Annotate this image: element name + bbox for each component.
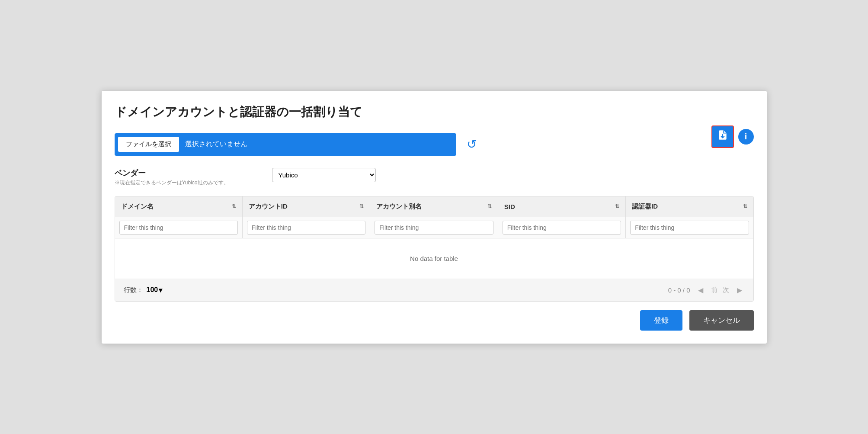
vendor-select-wrap: Yubico bbox=[272, 168, 376, 182]
vendor-select[interactable]: Yubico bbox=[272, 168, 376, 182]
export-icon bbox=[717, 129, 728, 144]
filter-sid-cell bbox=[498, 217, 625, 238]
prev-page-button[interactable]: ◀ bbox=[695, 285, 706, 295]
modal-container: ドメインアカウントと認証器の一括割り当て ファイルを選択 選択されていません ↺… bbox=[101, 90, 767, 344]
filter-auth-id-input[interactable] bbox=[630, 221, 749, 235]
file-input-area: ファイルを選択 選択されていません bbox=[115, 133, 456, 156]
col-account-alias-label: アカウント別名 bbox=[376, 203, 422, 211]
filter-row bbox=[115, 217, 753, 238]
bottom-buttons: 登録 キャンセル bbox=[115, 310, 754, 331]
cancel-button[interactable]: キャンセル bbox=[689, 310, 754, 331]
rows-dropdown-arrow-icon: ▾ bbox=[159, 286, 162, 294]
filter-auth-id-cell bbox=[626, 217, 753, 238]
main-table: ドメイン名 ⇅ アカウントID ⇅ アカウント別名 ⇅ bbox=[115, 196, 753, 279]
pagination-range: 0 - 0 / 0 bbox=[668, 286, 690, 294]
info-icon: i bbox=[745, 132, 747, 141]
col-sid-label: SID bbox=[504, 203, 515, 210]
rows-label: 行数： bbox=[124, 286, 143, 294]
col-auth-id: 認証器ID ⇅ bbox=[626, 196, 753, 217]
register-button[interactable]: 登録 bbox=[640, 310, 682, 331]
no-data-row: No data for table bbox=[115, 238, 753, 279]
export-button[interactable] bbox=[711, 125, 734, 148]
reset-icon: ↺ bbox=[467, 138, 477, 151]
top-right-icons: i bbox=[711, 125, 754, 148]
rows-dropdown-button[interactable]: 100 ▾ bbox=[147, 286, 163, 294]
rows-per-page: 行数： 100 ▾ bbox=[124, 286, 163, 294]
sort-auth-id-icon[interactable]: ⇅ bbox=[743, 203, 747, 209]
filter-domain-input[interactable] bbox=[119, 221, 238, 235]
sort-account-alias-icon[interactable]: ⇅ bbox=[487, 203, 492, 209]
rows-count-area: 0 - 0 / 0 ◀ 前 次 ▶ bbox=[668, 285, 745, 295]
sort-sid-icon[interactable]: ⇅ bbox=[615, 203, 619, 209]
col-domain-label: ドメイン名 bbox=[121, 203, 154, 211]
col-account-alias: アカウント別名 ⇅ bbox=[370, 196, 498, 217]
vendor-row: ベンダー ※現在指定できるベンダーはYubico社のみです。 Yubico bbox=[115, 168, 754, 186]
filter-account-id-input[interactable] bbox=[247, 221, 365, 235]
col-sid: SID ⇅ bbox=[498, 196, 625, 217]
filter-account-alias-input[interactable] bbox=[375, 221, 493, 235]
data-table: ドメイン名 ⇅ アカウントID ⇅ アカウント別名 ⇅ bbox=[115, 196, 754, 302]
vendor-label: ベンダー bbox=[115, 168, 229, 178]
prev-label: 前 bbox=[711, 286, 717, 294]
sort-domain-icon[interactable]: ⇅ bbox=[232, 203, 236, 209]
next-label: 次 bbox=[723, 286, 729, 294]
col-account-id: アカウントID ⇅ bbox=[242, 196, 370, 217]
pagination-row: 行数： 100 ▾ 0 - 0 / 0 ◀ 前 次 ▶ bbox=[115, 279, 753, 301]
vendor-note: ※現在指定できるベンダーはYubico社のみです。 bbox=[115, 179, 229, 186]
modal-title: ドメインアカウントと認証器の一括割り当て bbox=[115, 104, 754, 120]
rows-value: 100 bbox=[147, 286, 158, 294]
filter-account-alias-cell bbox=[370, 217, 498, 238]
reset-button[interactable]: ↺ bbox=[467, 137, 477, 151]
vendor-label-area: ベンダー ※現在指定できるベンダーはYubico社のみです。 bbox=[115, 168, 229, 186]
filter-domain-cell bbox=[115, 217, 243, 238]
filter-sid-input[interactable] bbox=[503, 221, 621, 235]
filter-account-id-cell bbox=[242, 217, 370, 238]
file-no-selected-label: 選択されていません bbox=[185, 140, 247, 149]
no-data-message: No data for table bbox=[115, 238, 753, 279]
next-page-button[interactable]: ▶ bbox=[734, 285, 745, 295]
sort-account-id-icon[interactable]: ⇅ bbox=[359, 203, 364, 209]
file-choose-button[interactable]: ファイルを選択 bbox=[118, 137, 179, 152]
col-auth-id-label: 認証器ID bbox=[632, 203, 658, 211]
info-button[interactable]: i bbox=[738, 129, 754, 145]
file-row: ファイルを選択 選択されていません ↺ bbox=[115, 133, 754, 156]
col-account-id-label: アカウントID bbox=[249, 203, 288, 211]
table-header-row: ドメイン名 ⇅ アカウントID ⇅ アカウント別名 ⇅ bbox=[115, 196, 753, 217]
col-domain: ドメイン名 ⇅ bbox=[115, 196, 243, 217]
